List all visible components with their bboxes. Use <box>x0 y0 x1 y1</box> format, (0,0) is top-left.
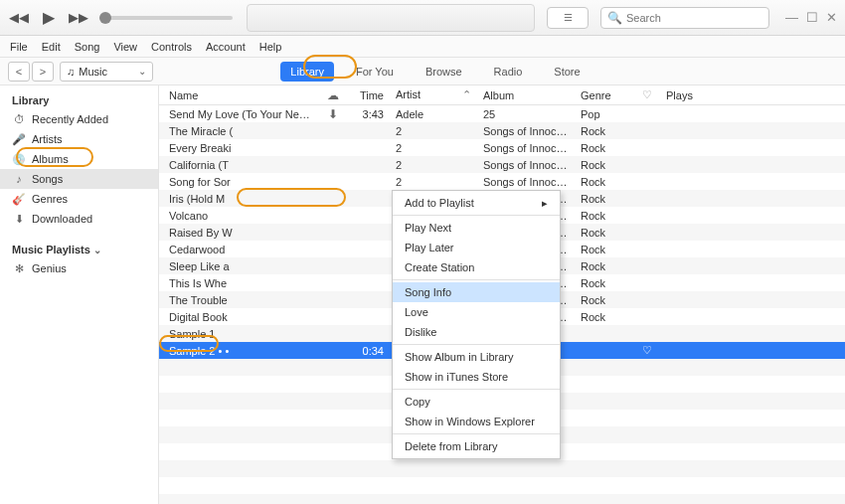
sidebar-item-recently-added[interactable]: ⏱Recently Added <box>0 109 158 129</box>
menu-account[interactable]: Account <box>206 41 246 53</box>
window-controls: — ☐ ✕ <box>785 10 837 25</box>
chevron-down-icon: ⌄ <box>93 245 101 255</box>
context-menu-label: Dislike <box>405 326 436 338</box>
context-menu-create-station[interactable]: Create Station <box>393 257 560 277</box>
context-menu-show-in-itunes-store[interactable]: Show in iTunes Store <box>393 367 560 387</box>
context-menu-song-info[interactable]: Song Info <box>393 282 560 302</box>
maximize-button[interactable]: ☐ <box>806 10 818 25</box>
col-time[interactable]: Time <box>348 89 390 101</box>
cell-artist: Adele <box>390 108 477 120</box>
context-menu-label: Delete from Library <box>405 440 498 452</box>
context-menu-love[interactable]: Love <box>393 302 560 322</box>
cell-artist: 2 <box>390 142 477 154</box>
context-menu: Add to Playlist▸Play NextPlay LaterCreat… <box>392 190 561 459</box>
list-view-button[interactable]: ☰ <box>547 7 589 29</box>
next-track-button[interactable]: ▶▶ <box>68 7 89 29</box>
col-plays[interactable]: Plays <box>660 89 720 101</box>
nav-tab-browse[interactable]: Browse <box>416 62 472 82</box>
sidebar-item-albums[interactable]: 💿Albums <box>0 149 158 169</box>
col-genre[interactable]: Genre <box>575 89 634 101</box>
search-input[interactable] <box>626 12 762 24</box>
menu-edit[interactable]: Edit <box>42 41 61 53</box>
volume-slider[interactable] <box>103 16 233 20</box>
sidebar-item-downloaded[interactable]: ⬇Downloaded <box>0 209 158 229</box>
context-menu-label: Copy <box>405 396 430 408</box>
col-artist[interactable]: Artist ⌃ <box>390 88 477 101</box>
cell-artist: 2 <box>390 176 477 188</box>
col-name[interactable]: Name <box>159 89 318 101</box>
sidebar: Library ⏱Recently Added🎤Artists💿Albums♪S… <box>0 85 159 504</box>
cell-name: Sample 2 • • <box>159 345 318 357</box>
nav-tabs: LibraryFor YouBrowseRadioStore <box>153 62 718 82</box>
cell-name: Digital Book <box>159 311 318 323</box>
table-row[interactable]: Song for Sor2Songs of InnocenceRock <box>159 173 845 190</box>
minimize-button[interactable]: — <box>785 10 798 25</box>
sidebar-item-genius[interactable]: ✻Genius <box>0 258 158 278</box>
empty-row <box>159 460 845 477</box>
sidebar-item-songs[interactable]: ♪Songs <box>0 169 158 189</box>
sidebar-item-genres[interactable]: 🎸Genres <box>0 189 158 209</box>
menu-song[interactable]: Song <box>75 41 100 53</box>
search-icon: 🔍 <box>607 11 622 25</box>
context-menu-label: Show in iTunes Store <box>405 371 508 383</box>
cell-genre: Pop <box>575 108 634 120</box>
volume-knob[interactable] <box>99 12 111 24</box>
table-row[interactable]: California (T2Songs of InnocenceRock <box>159 156 845 173</box>
player-bar: ◀◀ ▶ ▶▶ ☰ 🔍 — ☐ ✕ <box>0 0 845 36</box>
cell-name: Cedarwood <box>159 244 318 255</box>
table-row[interactable]: The Miracle (2Songs of InnocenceRock <box>159 122 845 139</box>
nav-tab-for-you[interactable]: For You <box>346 62 404 82</box>
context-menu-label: Song Info <box>405 286 451 298</box>
play-button[interactable]: ▶ <box>36 5 62 31</box>
context-menu-label: Show Album in Library <box>405 351 513 363</box>
menu-help[interactable]: Help <box>259 41 282 53</box>
nav-tab-store[interactable]: Store <box>544 62 590 82</box>
search-box[interactable]: 🔍 <box>600 7 769 29</box>
context-menu-play-next[interactable]: Play Next <box>393 218 560 238</box>
cell-genre: Rock <box>575 176 634 188</box>
sidebar-item-label: Recently Added <box>32 113 108 125</box>
cell-genre: Rock <box>575 311 634 323</box>
cell-name: Iris (Hold M <box>159 193 318 205</box>
sidebar-item-label: Artists <box>32 133 63 145</box>
menu-view[interactable]: View <box>113 41 137 53</box>
context-menu-play-later[interactable]: Play Later <box>393 238 560 257</box>
nav-tab-radio[interactable]: Radio <box>484 62 533 82</box>
cell-genre: Rock <box>575 277 634 289</box>
close-button[interactable]: ✕ <box>826 10 837 25</box>
menu-file[interactable]: File <box>10 41 28 53</box>
context-menu-show-album-in-library[interactable]: Show Album in Library <box>393 347 560 367</box>
cell-name: Song for Sor <box>159 176 318 188</box>
context-menu-separator <box>393 344 560 345</box>
cell-name: This Is Whe <box>159 277 318 289</box>
cell-genre: Rock <box>575 244 634 255</box>
forward-button[interactable]: > <box>32 62 54 82</box>
table-row[interactable]: Send My Love (To Your New Lover)⬇3:43Ade… <box>159 105 845 122</box>
col-album[interactable]: Album <box>477 89 575 101</box>
context-menu-separator <box>393 433 560 434</box>
nav-tab-library[interactable]: Library <box>280 62 334 82</box>
context-menu-delete-from-library[interactable]: Delete from Library <box>393 436 560 456</box>
cell-album: Songs of Innocence <box>477 125 575 137</box>
col-love-icon[interactable]: ♡ <box>634 88 660 101</box>
source-selector[interactable]: ♫ Music ⌄ <box>60 62 153 82</box>
context-menu-show-in-windows-explorer[interactable]: Show in Windows Explorer <box>393 412 560 431</box>
sidebar-item-label: Genius <box>32 262 67 274</box>
menu-controls[interactable]: Controls <box>151 41 192 53</box>
table-row[interactable]: Every Breaki2Songs of InnocenceRock <box>159 139 845 156</box>
sidebar-item-icon: ⬇ <box>12 213 26 226</box>
cell-genre: Rock <box>575 227 634 239</box>
sidebar-section-library: Library <box>0 91 158 109</box>
context-menu-copy[interactable]: Copy <box>393 392 560 412</box>
sidebar-item-artists[interactable]: 🎤Artists <box>0 129 158 149</box>
context-menu-add-to-playlist[interactable]: Add to Playlist▸ <box>393 193 560 213</box>
cell-name: Send My Love (To Your New Lover) <box>159 108 318 120</box>
cell-name: Sample 1 <box>159 328 318 340</box>
prev-track-button[interactable]: ◀◀ <box>8 7 30 29</box>
context-menu-dislike[interactable]: Dislike <box>393 322 560 342</box>
col-cloud-icon[interactable]: ☁ <box>318 88 348 102</box>
context-menu-label: Add to Playlist <box>405 197 474 209</box>
menu-bar: FileEditSongViewControlsAccountHelp <box>0 36 845 58</box>
cell-genre: Rock <box>575 142 634 154</box>
back-button[interactable]: < <box>8 62 30 82</box>
